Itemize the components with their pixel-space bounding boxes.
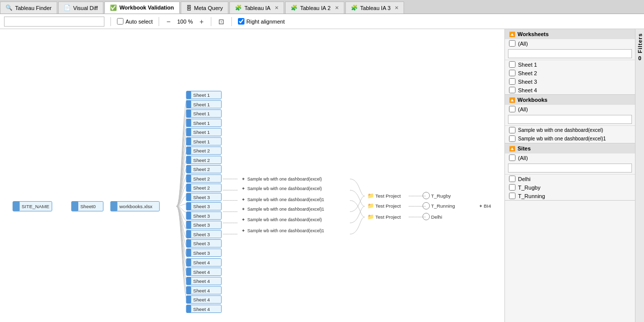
svg-rect-55 (186, 230, 191, 238)
project-node-1[interactable]: 📁 Test Project (367, 193, 401, 199)
sheet-node-12[interactable]: Sheet 3 (186, 193, 221, 201)
right-alignment-checkbox[interactable] (238, 18, 244, 25)
sheet-node-17[interactable]: Sheet 3 (186, 240, 221, 248)
sheet-node-14[interactable]: Sheet 3 (186, 212, 221, 220)
bi-node[interactable]: ✦ BI4 (479, 203, 491, 209)
search-input[interactable] (4, 17, 104, 27)
sheet-node-7[interactable]: Sheet 2 (186, 147, 221, 155)
sheet-node-16[interactable]: Sheet 3 (186, 230, 221, 238)
svg-text:T_Rugby: T_Rugby (431, 193, 451, 199)
sheet-node-5[interactable]: Sheet 1 (186, 128, 221, 136)
auto-select-label[interactable]: Auto select (117, 18, 153, 25)
sheet-node-24[interactable]: Sheet 4 (186, 305, 221, 313)
auto-select-checkbox[interactable] (117, 18, 123, 25)
sheet-node-1[interactable]: Sheet 1 (186, 91, 221, 99)
sites-all-item[interactable]: (All) (505, 153, 635, 162)
workbook-node-5[interactable]: ✦ Sample wb with one dashboard(excel) (241, 217, 322, 222)
sheet-node-9[interactable]: Sheet 2 (186, 166, 221, 174)
svg-rect-52 (186, 221, 191, 229)
sheet-node-19[interactable]: Sheet 4 (186, 258, 221, 266)
workbook-node-6[interactable]: ✦ Sample wb with one dashboard(excel)1 (241, 228, 324, 233)
graph-svg: SITE_NAME Sheet0 workbooks.xlsx Sheet 1 (0, 29, 504, 322)
workbook-node-1[interactable]: ✦ Sample wb with one dashboard(excel) (241, 177, 322, 182)
workbook-checkbox-2[interactable] (509, 135, 516, 142)
site-item-2[interactable]: T_Rugby (505, 183, 635, 192)
sheet-node-20[interactable]: Sheet 4 (186, 268, 221, 276)
workbook-item-2[interactable]: Sample wb with one dashboard(excel)1 (505, 134, 635, 143)
sheet-node-8[interactable]: Sheet 2 (186, 156, 221, 164)
workbook-node-3[interactable]: ✦ Sample wb with one dashboard(excel)1 (241, 197, 324, 202)
worksheet-checkbox-3[interactable] (509, 78, 516, 85)
worksheet-checkbox-1[interactable] (509, 61, 516, 68)
sheet-node-15[interactable]: Sheet 3 (186, 221, 221, 229)
worksheets-search-input[interactable] (508, 49, 632, 58)
site-name-node[interactable]: SITE_NAME (13, 202, 52, 211)
tab-tableau-ia3[interactable]: 🧩 Tableau IA 3 ✕ (345, 2, 405, 14)
worksheets-header[interactable]: 🔼 Worksheets (505, 29, 635, 39)
workbook-checkbox-1[interactable] (509, 127, 516, 133)
worksheet-item-2[interactable]: Sheet 2 (505, 69, 635, 77)
worksheet-item-3[interactable]: Sheet 3 (505, 77, 635, 86)
worksheet-checkbox-2[interactable] (509, 70, 516, 76)
right-alignment-label[interactable]: Right alignment (238, 18, 285, 25)
fit-button[interactable]: ⊡ (217, 18, 225, 26)
site-checkbox-2[interactable] (509, 184, 516, 191)
tab-workbook-validation[interactable]: ✅ Workbook Validation (104, 2, 180, 14)
workbook-node-2[interactable]: ✦ Sample wb with one dashboard(excel) (241, 186, 322, 191)
tab-meta-query[interactable]: 🗄 Meta Query (181, 2, 228, 14)
sheet-node-22[interactable]: Sheet 4 (186, 286, 221, 294)
sheet-node-23[interactable]: Sheet 4 (186, 295, 221, 303)
workbooks-all-checkbox[interactable] (509, 106, 516, 112)
site-checkbox-1[interactable] (509, 176, 516, 182)
sheet-node-6[interactable]: Sheet 1 (186, 137, 221, 145)
sites-search-input[interactable] (508, 164, 632, 173)
site-checkbox-3[interactable] (509, 193, 516, 199)
filters-label[interactable]: Filters (637, 33, 643, 53)
sheet-node-13[interactable]: Sheet 3 (186, 203, 221, 211)
svg-text:✦: ✦ (479, 204, 483, 209)
svg-rect-79 (186, 305, 191, 313)
tab-close-tableau-ia3[interactable]: ✕ (395, 5, 399, 11)
tab-visual-diff[interactable]: 📄 Visual Diff (58, 2, 103, 14)
sheet-node-18[interactable]: Sheet 3 (186, 249, 221, 257)
sheet0-node[interactable]: Sheet0 (71, 202, 103, 211)
sheet-node-21[interactable]: Sheet 4 (186, 277, 221, 285)
site-item-1[interactable]: Delhi (505, 175, 635, 183)
site-node-2[interactable]: T_Running (423, 203, 455, 210)
workbook-item-1[interactable]: Sample wb with one dashboard(excel) (505, 126, 635, 134)
toolbar-separator-1 (110, 17, 111, 26)
worksheet-item-1[interactable]: Sheet 1 (505, 60, 635, 69)
sheet-node-4[interactable]: Sheet 1 (186, 119, 221, 127)
site-item-3[interactable]: T_Running (505, 192, 635, 200)
sheet-node-3[interactable]: Sheet 1 (186, 110, 221, 118)
zoom-out-button[interactable]: − (165, 18, 171, 26)
workbooks-node[interactable]: workbooks.xlsx (110, 202, 159, 211)
workbooks-search-input[interactable] (508, 115, 632, 124)
canvas-area[interactable]: SITE_NAME Sheet0 workbooks.xlsx Sheet 1 (0, 29, 504, 322)
project-node-2[interactable]: 📁 Test Project (367, 203, 401, 209)
worksheets-all-item[interactable]: (All) (505, 39, 635, 48)
sheet-node-10[interactable]: Sheet 2 (186, 175, 221, 183)
workbooks-header[interactable]: 🔼 Workbooks (505, 95, 635, 105)
tab-tableau-ia[interactable]: 🧩 Tableau IA ✕ (229, 2, 284, 14)
sites-all-checkbox[interactable] (509, 154, 516, 161)
site-node-3[interactable]: Delhi (423, 213, 442, 220)
svg-text:Sheet 1: Sheet 1 (193, 92, 210, 98)
sites-header[interactable]: 🔼 Sites (505, 143, 635, 153)
sheet-node-11[interactable]: Sheet 2 (186, 184, 221, 192)
tab-close-tableau-ia2[interactable]: ✕ (335, 5, 339, 11)
site-node-1[interactable]: T_Rugby (423, 192, 451, 199)
workbooks-all-item[interactable]: (All) (505, 105, 635, 113)
zoom-in-button[interactable]: + (199, 18, 205, 26)
svg-text:BI4: BI4 (484, 203, 491, 209)
worksheets-all-checkbox[interactable] (509, 40, 516, 47)
tab-tableau-finder[interactable]: 🔍 Tableau Finder (0, 2, 57, 14)
tab-close-tableau-ia[interactable]: ✕ (275, 5, 279, 11)
worksheet-item-4[interactable]: Sheet 4 (505, 86, 635, 94)
tab-tableau-ia2[interactable]: 🧩 Tableau IA 2 ✕ (285, 2, 344, 14)
svg-rect-19 (186, 119, 191, 127)
sheet-node-2[interactable]: Sheet 1 (186, 100, 221, 108)
project-node-3[interactable]: 📁 Test Project (367, 214, 401, 220)
workbook-node-4[interactable]: ✦ Sample wb with one dashboard(excel)1 (241, 207, 324, 212)
worksheet-checkbox-4[interactable] (509, 87, 516, 93)
